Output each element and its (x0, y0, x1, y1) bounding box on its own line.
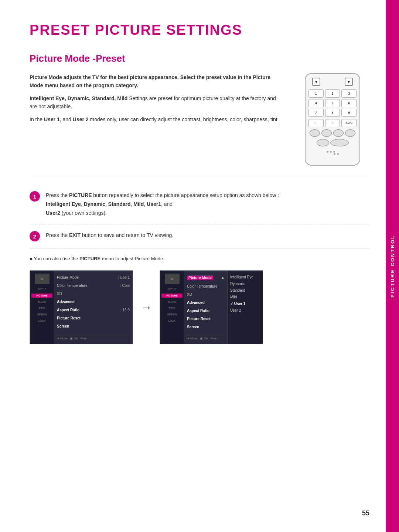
picture-control-label: PICTURE CONTROL (390, 235, 395, 298)
remote-key-dash: - (308, 119, 324, 127)
step-2-number: 2 (30, 231, 40, 241)
remote-input-btn (317, 139, 329, 146)
remote-key-8: 8 (325, 109, 340, 117)
step-2: 2 Press the EXIT button to save and retu… (30, 224, 369, 248)
remote-func-row (310, 129, 355, 137)
remote-key-0: 0 (325, 119, 340, 127)
remote-key-3: 3 (341, 89, 357, 98)
remote-key-back: BACK (341, 119, 357, 127)
remote-cc-btn (345, 129, 355, 137)
remote-arrow-right: ▼ (345, 78, 353, 86)
menu-sidebar-left: 🖼 SETUP PICTURE AUDIO TIME OPTION LOCK (30, 271, 54, 344)
picture-control-sidebar: PICTURE CONTROL (386, 0, 399, 532)
para2: Intelligent Eye, Dynamic, Standard, Mild… (30, 94, 281, 111)
step-1: 1 Press the PICTURE button repeatedly to… (30, 184, 369, 224)
step-1-text: Press the PICTURE button repeatedly to s… (46, 191, 369, 217)
para3: In the User 1, and User 2 modes only, us… (30, 115, 281, 123)
remote-arrow-left: ▼ (312, 78, 320, 86)
steps-container: 1 Press the PICTURE button repeatedly to… (30, 184, 369, 248)
step-1-number: 1 (30, 191, 40, 201)
section-title: Picture Mode -Preset (30, 53, 369, 64)
menu-screen-right: 🖼 SETUP PICTURE AUDIO TIME OPTION LOCK P… (160, 270, 263, 344)
step-2-text: Press the EXIT button to save and return… (46, 231, 369, 240)
arrow-icon: → (140, 301, 152, 314)
remote-dots (327, 151, 339, 155)
menu-submenu: Intelligent Eye Dynamic Standard Mild ✓ … (228, 271, 263, 344)
remote-key-2: 2 (325, 89, 340, 98)
remote-sound-btn (321, 129, 332, 137)
remote-bottom-row: - 0 BACK (308, 119, 357, 127)
menu-main-left: Picture Mode : User1 Color Temperature :… (54, 271, 133, 344)
menu-sidebar-right: 🖼 SETUP PICTURE AUDIO TIME OPTION LOCK (160, 271, 184, 344)
remote-illustration: ▼ ▼ 1 2 3 4 5 6 7 8 9 - (296, 73, 369, 166)
menu-screenshots: 🖼 SETUP PICTURE AUDIO TIME OPTION LOCK P… (30, 270, 369, 344)
menu-main-right-wrapper: Picture Mode ▶ Color Temperature XD Adva… (184, 271, 263, 344)
remote-round-btns (317, 139, 349, 146)
menu-screen-left: 🖼 SETUP PICTURE AUDIO TIME OPTION LOCK P… (30, 270, 133, 344)
page-number: 55 (362, 509, 369, 517)
remote-key-1: 1 (308, 89, 324, 98)
remote-sap-btn (333, 129, 344, 137)
remote-numpad: 1 2 3 4 5 6 7 8 9 (308, 89, 357, 117)
page-title: PRESET PICTURE SETTINGS (30, 22, 369, 38)
menu-main-right: Picture Mode ▶ Color Temperature XD Adva… (184, 271, 228, 344)
remote-key-6: 6 (341, 99, 357, 107)
divider-1 (30, 177, 369, 177)
main-text-column: Picture Mode adjusts the TV for the best… (30, 73, 281, 166)
remote-key-5: 5 (325, 99, 340, 107)
remote-picture-btn (310, 129, 320, 137)
remote-key-9: 9 (341, 109, 357, 117)
remote-key-7: 7 (308, 109, 324, 117)
note-section: ■ You can also use the PICTURE menu to a… (30, 256, 369, 261)
para1: Picture Mode adjusts the TV for the best… (30, 73, 281, 90)
remote-key-4: 4 (308, 99, 324, 107)
remote-user-btn (330, 139, 349, 146)
